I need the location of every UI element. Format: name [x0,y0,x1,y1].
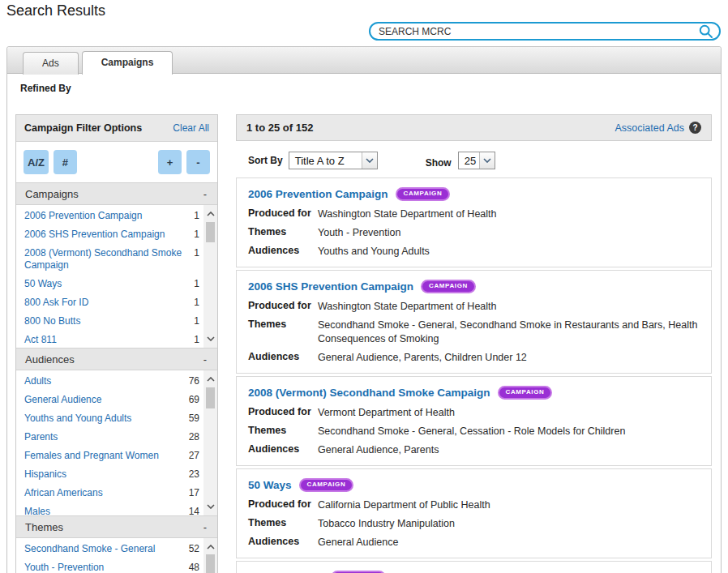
filter-count: 1 [194,297,199,309]
filter-link[interactable]: General Audience [24,394,189,406]
filter-link[interactable]: 2006 SHS Prevention Campaign [24,229,194,241]
scroll-down-icon[interactable] [203,500,217,513]
result-title-link[interactable]: 2006 SHS Prevention Campaign [248,280,413,293]
scroll-up-icon[interactable] [203,207,217,220]
scroll-up-icon[interactable] [203,541,217,554]
scrollbar[interactable] [203,538,217,573]
section-header-audiences: Audiences - [16,348,217,370]
filter-link[interactable]: African Americans [24,487,189,499]
filter-count: 28 [189,431,199,443]
collapse-all-button[interactable]: - [186,150,210,174]
audiences-label: Audiences [248,536,318,549]
page-title: Search Results [6,2,105,19]
filter-count: 1 [194,334,199,346]
filter-item: 2006 Prevention Campaign 1 [16,207,203,225]
produced-for-row: Produced for Vermont Department of Healt… [248,406,700,420]
campaign-badge: CAMPAIGN [396,187,451,201]
collapse-toggle[interactable]: - [202,353,208,366]
numeric-filter-button[interactable]: # [54,150,77,174]
tab-ads[interactable]: Ads [23,52,79,75]
filter-link[interactable]: 800 Ask For ID [24,297,194,309]
scroll-thumb[interactable] [206,222,215,242]
produced-for-label: Produced for [248,406,318,420]
search-input[interactable] [370,26,698,37]
tab-bar: Ads Campaigns [7,47,721,74]
filter-count: 1 [194,315,199,327]
filter-count: 69 [189,394,199,406]
filter-item: Secondhand Smoke - General 52 [16,540,203,558]
themes-row: Themes Secondhand Smoke - General, Cessa… [248,425,700,438]
collapse-toggle[interactable]: - [202,188,208,200]
scrollbar[interactable] [203,205,217,348]
audiences-row: Audiences General Audience [248,536,700,549]
scroll-thumb[interactable] [206,554,215,573]
result-title-link[interactable]: 2008 (Vermont) Secondhand Smoke Campaign [248,387,490,399]
sidebar-section-campaigns: Campaigns - 2006 Prevention Campaign 1 [16,182,217,348]
filter-link[interactable]: 2008 (Vermont) Secondhand Smoke Campaign [24,247,194,272]
themes-label: Themes [248,425,318,438]
show-label: Show [426,156,452,169]
filter-link[interactable]: Males [24,506,189,515]
show-value: 25 [459,155,479,167]
filter-link[interactable]: Hispanics [24,468,189,481]
filter-link[interactable]: Secondhand Smoke - General [24,543,189,555]
filter-item: General Audience 69 [16,391,203,409]
filter-item: African Americans 17 [16,484,203,502]
scroll-down-icon[interactable] [203,332,217,345]
audiences-label: Audiences [248,443,318,457]
sort-by-select[interactable]: Title A to Z [289,152,378,169]
results-header: 1 to 25 of 152 Associated Ads ? [236,114,712,141]
filter-title: Campaign Filter Options [24,122,142,134]
alpha-filter-button[interactable]: A/Z [24,150,49,174]
result-title-link[interactable]: 2006 Prevention Campaign [248,188,388,200]
campaign-badge: CAMPAIGN [299,478,354,492]
scrollbar[interactable] [203,370,217,515]
themes-value: Secondhand Smoke - General, Secondhand S… [318,319,700,346]
filter-link[interactable]: 2006 Prevention Campaign [24,210,194,222]
clear-all-link[interactable]: Clear All [173,122,209,134]
filter-header: Campaign Filter Options Clear All [16,115,217,142]
section-header-campaigns: Campaigns - [16,182,217,205]
search-icon [699,24,713,39]
section-title: Audiences [25,353,75,366]
collapse-toggle[interactable]: - [202,521,208,533]
chevron-down-icon [362,152,377,169]
filter-link[interactable]: Youths and Young Adults [24,413,189,425]
filter-count: 23 [189,468,199,481]
produced-for-value: Washington State Department of Health [318,300,700,314]
result-title-link[interactable]: 50 Ways [248,479,292,491]
filter-sidebar: Campaign Filter Options Clear All A/Z # … [15,114,218,573]
scroll-thumb[interactable] [206,387,215,408]
filter-link[interactable]: 800 No Butts [24,315,194,327]
filter-count: 27 [189,450,199,462]
filter-count: 14 [189,506,199,515]
filter-list-campaigns: 2006 Prevention Campaign 1 2006 SHS Prev… [16,207,203,348]
filter-link[interactable]: Parents [24,431,189,443]
help-icon[interactable]: ? [689,122,701,134]
associated-ads-link[interactable]: Associated Ads [615,122,684,134]
results-list: 2006 Prevention Campaign CAMPAIGN Produc… [236,177,712,573]
expand-all-button[interactable]: + [158,150,182,174]
section-title: Campaigns [25,188,79,200]
filter-link[interactable]: 50 Ways [24,278,194,290]
filter-link[interactable]: Females and Pregnant Women [24,450,189,462]
result-item: 2008 (Vermont) Secondhand Smoke Campaign… [236,376,712,466]
tab-campaigns[interactable]: Campaigns [82,51,173,75]
filter-item: 2008 (Vermont) Secondhand Smoke Campaign… [16,244,203,275]
filter-link[interactable]: Adults [24,375,189,387]
audiences-value: General Audience, Parents, Children Unde… [318,351,700,365]
campaign-badge: CAMPAIGN [421,280,476,293]
produced-for-label: Produced for [248,498,318,512]
scroll-up-icon[interactable] [203,373,217,386]
themes-row: Themes Youth - Prevention [248,226,700,240]
filter-link[interactable]: Act 811 [24,334,194,346]
result-title-row: 50 Ways CAMPAIGN [248,478,700,492]
filter-item: Act 811 1 [16,331,203,348]
show-select[interactable]: 25 [458,152,495,169]
search-button[interactable] [698,24,719,39]
filter-item: 50 Ways 1 [16,275,203,293]
filter-link[interactable]: Youth - Prevention [24,562,189,573]
filter-count: 52 [189,543,199,555]
produced-for-value: Vermont Department of Health [318,406,700,420]
sort-by-label: Sort By [248,152,283,169]
